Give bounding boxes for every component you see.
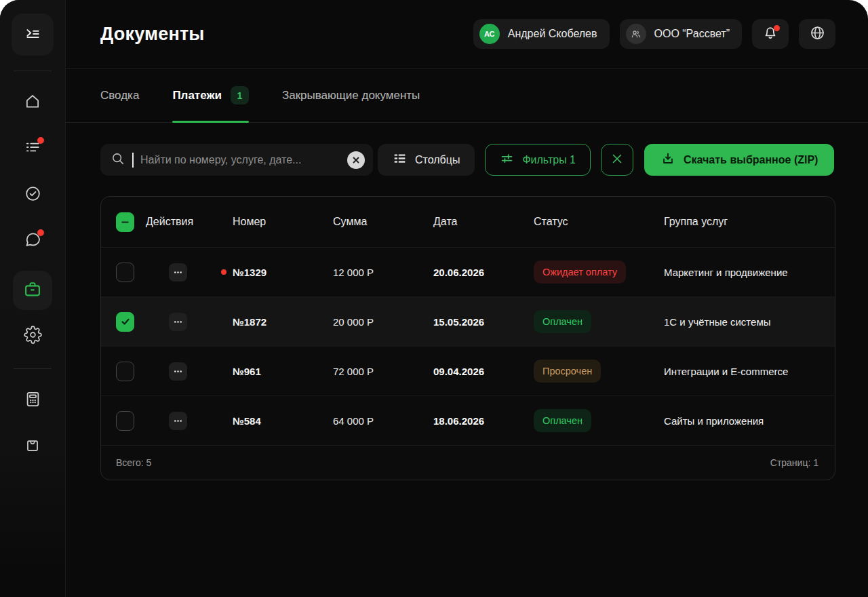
tab-summary[interactable]: Сводка — [100, 69, 139, 122]
toolbar: Столбцы Фильтры 1 — [100, 144, 835, 176]
reset-filters-button[interactable] — [601, 144, 633, 176]
columns-button[interactable]: Столбцы — [378, 144, 475, 176]
table-row: №961 72 000 Р 09.04.2026 Просрочен Интег… — [101, 347, 835, 396]
sidebar-item-home[interactable] — [16, 86, 49, 119]
gear-icon — [24, 326, 42, 347]
check-circle-icon — [24, 185, 42, 206]
row-checkbox[interactable] — [116, 263, 134, 282]
select-all-checkbox[interactable] — [116, 212, 134, 232]
clear-search-button[interactable] — [347, 151, 365, 169]
user-name: Андрей Скобелев — [508, 28, 597, 40]
text-caret — [132, 153, 134, 168]
table-row: №1329 12 000 Р 20.06.2026 Ожидает оплату… — [101, 248, 835, 297]
sidebar-item-settings[interactable] — [16, 320, 49, 352]
row-checkbox[interactable] — [116, 362, 134, 381]
notification-dot — [774, 25, 780, 31]
column-header: Сумма — [333, 216, 433, 228]
company-name: ООО “Рассвет” — [654, 28, 730, 40]
download-label: Скачать выбранное (ZIP) — [684, 154, 818, 166]
columns-label: Столбцы — [415, 154, 460, 166]
tab-closing-documents[interactable]: Закрывающие документы — [282, 69, 420, 122]
language-button[interactable] — [799, 19, 835, 49]
sidebar-item-approvals[interactable] — [16, 178, 49, 211]
column-header: Статус — [534, 216, 664, 228]
sidebar-divider — [14, 368, 52, 369]
status-badge: Ожидает оплату — [534, 261, 626, 284]
amount-cell: 64 000 Р — [333, 415, 433, 427]
column-header: Действия — [146, 216, 233, 228]
date-cell: 09.04.2026 — [433, 366, 534, 377]
briefcase-icon — [23, 280, 42, 301]
row-actions-button[interactable] — [169, 412, 187, 430]
page-count: Страниц: 1 — [770, 457, 818, 468]
sidebar-item-orders[interactable] — [16, 430, 49, 463]
table-header-row: Действия Номер Сумма Дата Статус Группа … — [101, 197, 835, 248]
service-group-cell: 1С и учётные системы — [664, 316, 818, 328]
status-badge: Оплачен — [534, 409, 591, 432]
page-title: Документы — [100, 24, 205, 45]
date-cell: 18.06.2026 — [433, 415, 534, 427]
unread-dot — [221, 269, 226, 275]
row-actions-button[interactable] — [169, 313, 187, 331]
table-row: №1872 20 000 Р 15.05.2026 Оплачен 1С и у… — [101, 297, 835, 347]
calculator-icon — [24, 390, 42, 411]
filters-icon — [500, 151, 514, 168]
sidebar — [0, 0, 66, 597]
amount-cell: 12 000 Р — [333, 267, 433, 278]
service-group-cell: Маркетинг и продвижение — [664, 267, 818, 278]
download-zip-button[interactable]: Скачать выбранное (ZIP) — [644, 144, 834, 176]
notifications-button[interactable] — [752, 19, 789, 49]
column-header: Дата — [433, 216, 534, 228]
tab-payments[interactable]: Платежи 1 — [172, 69, 249, 122]
tab-label: Закрывающие документы — [282, 89, 420, 102]
document-number: №584 — [233, 415, 333, 427]
row-checkbox[interactable] — [116, 312, 134, 332]
document-number: №1329 — [233, 267, 333, 278]
table-footer: Всего: 5 Страниц: 1 — [101, 446, 835, 480]
status-badge: Просрочен — [534, 360, 601, 383]
search-input[interactable] — [140, 154, 340, 166]
date-cell: 20.06.2026 — [433, 267, 534, 278]
filters-label: Фильтры 1 — [522, 154, 576, 166]
sidebar-item-chat[interactable] — [16, 225, 49, 257]
sidebar-item-calculator[interactable] — [16, 384, 49, 417]
company-users-icon — [626, 24, 646, 44]
main-area: Документы АС Андрей Скобелев — [66, 0, 868, 597]
column-header: Группа услуг — [664, 216, 818, 228]
sidebar-toggle-button[interactable] — [12, 14, 54, 56]
filters-button[interactable]: Фильтры 1 — [485, 144, 591, 176]
app-window: Документы АС Андрей Скобелев — [0, 0, 868, 597]
amount-cell: 72 000 Р — [333, 366, 433, 377]
globe-icon — [809, 24, 826, 44]
document-number: №1872 — [233, 316, 333, 328]
row-actions-button[interactable] — [169, 263, 187, 282]
sidebar-divider — [14, 71, 52, 71]
search-field[interactable] — [100, 144, 373, 176]
search-icon — [111, 151, 125, 169]
status-badge: Оплачен — [534, 310, 591, 333]
home-icon — [24, 92, 41, 113]
collapse-menu-icon — [24, 24, 41, 45]
sidebar-item-documents[interactable] — [13, 271, 52, 310]
document-number: №961 — [233, 366, 333, 377]
company-menu[interactable]: ООО “Рассвет” — [620, 19, 743, 49]
close-icon — [611, 153, 623, 168]
date-cell: 15.05.2026 — [433, 316, 534, 328]
payments-table: Действия Номер Сумма Дата Статус Группа … — [100, 196, 835, 480]
tab-label: Сводка — [100, 89, 139, 102]
user-menu[interactable]: АС Андрей Скобелев — [473, 19, 610, 49]
notification-dot — [37, 137, 44, 144]
sidebar-item-tasks[interactable] — [16, 132, 49, 165]
shopping-bag-icon — [24, 436, 41, 457]
service-group-cell: Сайты и приложения — [664, 415, 818, 427]
user-avatar: АС — [479, 24, 500, 44]
tab-bar: Сводка Платежи 1 Закрывающие документы — [66, 69, 868, 123]
table-row: №584 64 000 Р 18.06.2026 Оплачен Сайты и… — [101, 396, 835, 446]
row-actions-button[interactable] — [169, 362, 187, 381]
page-header: Документы АС Андрей Скобелев — [66, 0, 868, 69]
header-actions: АС Андрей Скобелев ООО “Рассвет” — [473, 19, 835, 49]
amount-cell: 20 000 Р — [333, 316, 433, 328]
tab-label: Платежи — [172, 89, 222, 102]
row-checkbox[interactable] — [116, 411, 134, 431]
notification-dot — [37, 229, 44, 236]
